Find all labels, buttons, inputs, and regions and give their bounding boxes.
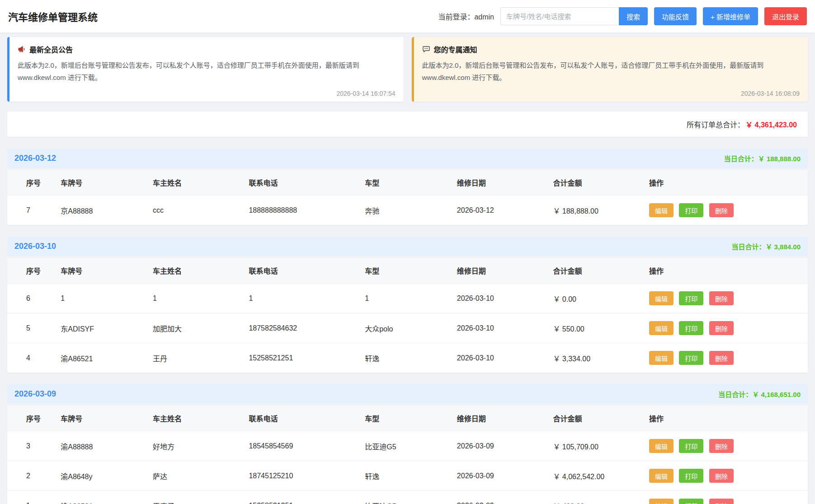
cell-seq: 7 xyxy=(7,196,55,225)
cell-seq: 1 xyxy=(7,491,55,504)
order-row: 3 渝A88888 好地方 18545854569 比亚迪G5 2026-03-… xyxy=(7,431,808,461)
order-group: 2026-03-09 当日合计：￥ 4,168,651.00 序号车牌号车主姓名… xyxy=(7,384,808,504)
private-notice-body: 此版本为2.0，新增后台账号管理和公告发布，可以私发个人账号，适合修理厂员工带手… xyxy=(422,59,800,84)
cell-owner: ccc xyxy=(147,196,244,225)
column-header: 操作 xyxy=(644,406,808,431)
cell-phone: 188888888888 xyxy=(243,196,359,225)
edit-button[interactable]: 编辑 xyxy=(649,291,674,305)
cell-date: 2026-03-10 xyxy=(452,343,548,373)
cell-owner: 好地方 xyxy=(147,431,244,461)
grand-total-label: 所有订单总合计： xyxy=(687,121,744,129)
cell-phone: 187582584632 xyxy=(243,313,359,343)
group-day-total: 当日合计：￥ 3,884.00 xyxy=(731,242,801,251)
cell-model: 1 xyxy=(359,284,452,313)
cell-plate: 渝A86521 xyxy=(55,491,147,504)
column-header: 联系电话 xyxy=(243,258,359,284)
delete-button[interactable]: 删除 xyxy=(709,439,734,453)
cell-owner: 加肥加大 xyxy=(147,313,244,343)
public-announcement-time: 2026-03-14 16:07:54 xyxy=(18,90,396,97)
cell-amount: ￥ 0.00 xyxy=(547,284,644,313)
group-date: 2026-03-12 xyxy=(14,154,56,163)
column-header: 联系电话 xyxy=(243,170,359,196)
group-date-bar: 2026-03-12 当日合计：￥ 188,888.00 xyxy=(7,149,808,168)
delete-button[interactable]: 删除 xyxy=(709,321,734,335)
print-button[interactable]: 打印 xyxy=(679,499,703,504)
add-repair-order-button[interactable]: + 新增维修单 xyxy=(703,7,758,25)
cell-actions: 编辑 打印 删除 xyxy=(644,491,808,504)
login-info: 当前登录：admin xyxy=(438,11,494,22)
order-row: 4 渝A86521 王丹 15258521251 轩逸 2026-03-10 ￥… xyxy=(7,343,808,373)
print-button[interactable]: 打印 xyxy=(679,321,703,335)
cell-seq: 5 xyxy=(7,313,55,343)
cell-plate: 渝A88888 xyxy=(55,431,147,461)
login-username: admin xyxy=(474,13,494,21)
order-groups: 2026-03-12 当日合计：￥ 188,888.00 序号车牌号车主姓名联系… xyxy=(0,149,815,504)
orders-grand-total-bar: 所有订单总合计：￥ 4,361,423.00 xyxy=(7,112,808,137)
print-button[interactable]: 打印 xyxy=(679,291,703,305)
column-header: 联系电话 xyxy=(243,406,359,431)
column-header: 车牌号 xyxy=(55,170,147,196)
cell-model: 轩逸 xyxy=(359,461,452,491)
column-header: 合计金额 xyxy=(547,258,644,284)
chat-bubble-icon xyxy=(422,45,430,53)
search-button[interactable]: 搜索 xyxy=(619,7,648,25)
cell-actions: 编辑 打印 删除 xyxy=(644,284,808,313)
cell-model: 比亚迪G5 xyxy=(359,491,452,504)
cell-model: 比亚迪G5 xyxy=(359,431,452,461)
cell-date: 2026-03-12 xyxy=(452,196,548,225)
cell-model: 奔驰 xyxy=(359,196,452,225)
print-button[interactable]: 打印 xyxy=(679,439,703,453)
column-header: 维修日期 xyxy=(452,170,548,196)
order-row: 6 1 1 1 1 2026-03-10 ￥ 0.00 编辑 打印 删除 xyxy=(7,284,808,313)
column-header: 维修日期 xyxy=(452,258,548,284)
print-button[interactable]: 打印 xyxy=(679,351,703,365)
private-notice-title-row: 您的专属通知 xyxy=(422,44,800,55)
delete-button[interactable]: 删除 xyxy=(709,203,734,217)
orders-table: 序号车牌号车主姓名联系电话车型维修日期合计金额操作 6 1 1 1 1 2026… xyxy=(7,258,808,373)
private-notice-time: 2026-03-14 16:08:09 xyxy=(422,90,800,97)
edit-button[interactable]: 编辑 xyxy=(649,439,674,453)
cell-seq: 4 xyxy=(7,343,55,373)
cell-phone: 1 xyxy=(243,284,359,313)
delete-button[interactable]: 删除 xyxy=(709,291,734,305)
delete-button[interactable]: 删除 xyxy=(709,469,734,483)
edit-button[interactable]: 编辑 xyxy=(649,351,674,365)
column-header: 车主姓名 xyxy=(147,406,244,431)
logout-button[interactable]: 退出登录 xyxy=(764,7,807,25)
cell-plate: 京A88888 xyxy=(55,196,147,225)
cell-actions: 编辑 打印 删除 xyxy=(644,343,808,373)
public-announcement-body: 此版本为2.0，新增后台账号管理和公告发布，可以私发个人账号，适合修理厂员工带手… xyxy=(18,59,396,84)
print-button[interactable]: 打印 xyxy=(679,203,703,217)
column-header: 合计金额 xyxy=(547,170,644,196)
table-header-row: 序号车牌号车主姓名联系电话车型维修日期合计金额操作 xyxy=(7,406,808,431)
edit-button[interactable]: 编辑 xyxy=(649,321,674,335)
login-label: 当前登录： xyxy=(438,13,474,21)
edit-button[interactable]: 编辑 xyxy=(649,499,674,504)
group-day-total: 当日合计：￥ 188,888.00 xyxy=(724,154,801,163)
edit-button[interactable]: 编辑 xyxy=(649,203,674,217)
cell-amount: ￥ 400.00 xyxy=(547,491,644,504)
search-input[interactable] xyxy=(500,7,619,25)
cell-plate: 1 xyxy=(55,284,147,313)
order-group: 2026-03-12 当日合计：￥ 188,888.00 序号车牌号车主姓名联系… xyxy=(7,149,808,225)
topbar-controls: 当前登录：admin 搜索 功能反馈 + 新增维修单 退出登录 xyxy=(438,7,807,25)
column-header: 维修日期 xyxy=(452,406,548,431)
delete-button[interactable]: 删除 xyxy=(709,499,734,504)
column-header: 序号 xyxy=(7,258,55,284)
feedback-button[interactable]: 功能反馈 xyxy=(654,7,697,25)
notice-area: 最新全员公告 此版本为2.0，新增后台账号管理和公告发布，可以私发个人账号，适合… xyxy=(7,37,808,102)
cell-amount: ￥ 3,334.00 xyxy=(547,343,644,373)
delete-button[interactable]: 删除 xyxy=(709,351,734,365)
cell-date: 2026-03-10 xyxy=(452,313,548,343)
cell-owner: 王丹 xyxy=(147,343,244,373)
cell-seq: 6 xyxy=(7,284,55,313)
orders-table-card: 序号车牌号车主姓名联系电话车型维修日期合计金额操作 6 1 1 1 1 2026… xyxy=(7,258,808,373)
edit-button[interactable]: 编辑 xyxy=(649,469,674,483)
cell-amount: ￥ 4,062,542.00 xyxy=(547,461,644,491)
orders-table: 序号车牌号车主姓名联系电话车型维修日期合计金额操作 3 渝A88888 好地方 … xyxy=(7,406,808,504)
group-date-bar: 2026-03-10 当日合计：￥ 3,884.00 xyxy=(7,237,808,256)
search-group: 搜索 xyxy=(500,7,648,25)
cell-phone: 18545854569 xyxy=(243,431,359,461)
column-header: 车型 xyxy=(359,170,452,196)
print-button[interactable]: 打印 xyxy=(679,469,703,483)
